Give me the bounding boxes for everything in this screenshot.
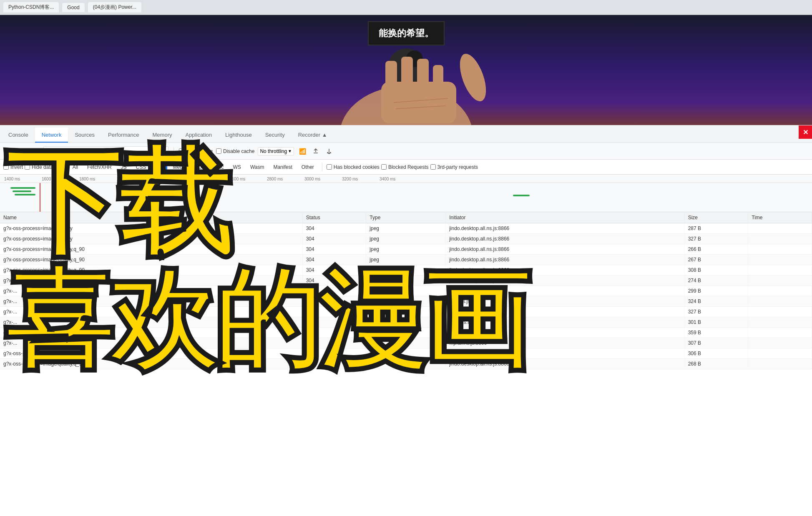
filter-other[interactable]: Other	[298, 163, 318, 171]
cell-name: g?x-...	[0, 317, 302, 328]
col-header-time[interactable]: Time	[748, 212, 812, 223]
table-row[interactable]: g?x-... 304 jpeg ...all.ns.js:8866 324 B	[0, 296, 812, 307]
filter-media[interactable]: Media	[169, 163, 190, 171]
tab-performance[interactable]: Performance	[101, 128, 146, 143]
wifi-icon[interactable]: 📶	[297, 146, 307, 156]
cell-type: jpeg	[366, 317, 446, 328]
network-table: Name Status Type Initiator Size Time g?x…	[0, 212, 812, 369]
third-party-checkbox[interactable]	[430, 164, 436, 170]
filter-font[interactable]: Font	[192, 163, 209, 171]
tab-network[interactable]: Network	[35, 128, 68, 143]
table-row[interactable]: g?x-oss-process=image/quality,q_90 304 j…	[0, 348, 812, 359]
blocked-requests-label[interactable]: Blocked Requests	[381, 164, 429, 170]
tick-2200: 2200 ms	[154, 175, 170, 183]
tick-2800: 2800 ms	[267, 175, 283, 183]
invert-checkbox[interactable]	[3, 164, 9, 170]
throttle-dropdown[interactable]: No throttling ▼	[258, 147, 294, 155]
cell-initiator: ...all.ns.js:8866	[446, 286, 685, 296]
blocked-requests-checkbox[interactable]	[381, 164, 387, 170]
disable-cache-label[interactable]: Disable cache	[216, 148, 254, 154]
upload-icon[interactable]	[311, 146, 321, 156]
tab-security[interactable]: Security	[259, 128, 292, 143]
tab-sources[interactable]: Sources	[68, 128, 101, 143]
cell-initiator: jindo.desktop.all.ns.js:8866	[446, 265, 685, 276]
table-row[interactable]: g?x-oss-process=image/quality 304 jpeg j…	[0, 234, 812, 244]
table-row[interactable]: g?x-... 304 jpeg ...all.ns.js:8866 299 B	[0, 286, 812, 296]
timeline-red-line	[40, 183, 40, 212]
clear-button[interactable]	[17, 146, 27, 156]
invert-filter-label[interactable]: Invert	[3, 164, 23, 170]
filter-js[interactable]: JS	[117, 163, 131, 171]
filter-css[interactable]: CSS	[132, 163, 150, 171]
cell-size: 274 B	[684, 276, 748, 286]
table-row[interactable]: g?x-oss-process=image/quality,q_90 304 j…	[0, 255, 812, 265]
filter-img[interactable]: Img	[151, 163, 167, 171]
tab-manga[interactable]: (04步漫画) Power...	[88, 2, 141, 13]
cell-status: 304	[302, 307, 366, 317]
cell-size: 299 B	[684, 286, 748, 296]
record-button[interactable]	[3, 146, 13, 156]
tab-memory[interactable]: Memory	[146, 128, 179, 143]
table-row[interactable]: g?x-oss-process=image/quality,q_90 304 j…	[0, 265, 812, 276]
cell-type: jpeg	[366, 255, 446, 265]
col-header-type[interactable]: Type	[366, 212, 446, 223]
cell-type: jpeg	[366, 338, 446, 348]
cell-status: 304	[302, 348, 366, 359]
filter-manifest[interactable]: Manifest	[269, 163, 296, 171]
table-row[interactable]: g?x-oss-process=image/quality,q_90 304 p…	[0, 359, 812, 369]
tab-console[interactable]: Console	[2, 128, 35, 143]
timeline-bar-5	[513, 195, 530, 196]
table-row[interactable]: g?x-... 304 jpeg ...l.ns.js:8866 327 B	[0, 307, 812, 317]
filter-doc[interactable]: Doc	[211, 163, 227, 171]
tick-3200: 3200 ms	[342, 175, 358, 183]
tab-python[interactable]: Python-CSDN博客...	[3, 2, 59, 13]
col-header-size[interactable]: Size	[684, 212, 748, 223]
cell-size: 266 B	[684, 244, 748, 255]
cell-size: 307 B	[684, 338, 748, 348]
cell-status: 304	[302, 328, 366, 338]
preserve-log-label[interactable]: Reserve log	[179, 148, 213, 154]
col-header-initiator[interactable]: Initiator	[446, 212, 685, 223]
cell-time	[748, 255, 812, 265]
devtools-toolbar: 🔍 Reserve log Disable cache No throttlin…	[0, 143, 812, 160]
download-icon[interactable]	[324, 146, 334, 156]
filter-all[interactable]: All	[69, 163, 82, 171]
preserve-log-checkbox[interactable]	[179, 148, 184, 154]
timeline-area[interactable]: 1400 ms 1600 ms 1800 ms 2000 ms 2200 ms …	[0, 175, 812, 212]
cell-initiator: jindo.desktop.all.ns.js:8866	[446, 255, 685, 265]
filter-ws[interactable]: WS	[229, 163, 245, 171]
devtools-close-button[interactable]: ✕	[799, 125, 812, 139]
has-blocked-cookies-checkbox[interactable]	[327, 164, 332, 170]
table-row[interactable]: g?x-... 304 jpeg ...p.all.ns.js:8866 307…	[0, 338, 812, 348]
tab-good[interactable]: Good	[62, 3, 84, 12]
table-row[interactable]: g?x-... 304 jpeg ...l.ns.js:8866 301 B	[0, 317, 812, 328]
hide-data-urls-checkbox[interactable]	[25, 164, 30, 170]
col-header-name[interactable]: Name	[0, 212, 302, 223]
network-table-body: g?x-oss-process=image/quality 304 jpeg j…	[0, 223, 812, 369]
cell-name: g?x-oss-process=image/quality,q_90	[0, 265, 302, 276]
cell-status: 304	[302, 296, 366, 307]
tab-recorder[interactable]: Recorder ▲	[292, 128, 334, 143]
devtools-filter-bar: Invert Hide data URLs All Fetch/XHR JS C…	[0, 160, 812, 175]
has-blocked-cookies-label[interactable]: Has blocked cookies	[327, 164, 380, 170]
tick-1800: 1800 ms	[79, 175, 95, 183]
cell-name: g?x-oss-process=image/quality,q_90	[0, 244, 302, 255]
tab-application[interactable]: Application	[178, 128, 219, 143]
filter-wasm[interactable]: Wasm	[246, 163, 268, 171]
network-table-container[interactable]: Name Status Type Initiator Size Time g?x…	[0, 212, 812, 516]
col-header-status[interactable]: Status	[302, 212, 366, 223]
cell-type: jpeg	[366, 265, 446, 276]
table-row[interactable]: g?x-... 304 jpeg ...l.ns.js:8866 359 B	[0, 328, 812, 338]
tab-lighthouse[interactable]: Lighthouse	[219, 128, 259, 143]
table-row[interactable]: g?x-oss-process=image/quality 304 jpeg j…	[0, 223, 812, 234]
cell-initiator: ...l.ns.js:8866	[446, 317, 685, 328]
filter-fetch-xhr[interactable]: Fetch/XHR	[83, 163, 116, 171]
disable-cache-checkbox[interactable]	[216, 148, 221, 154]
table-row[interactable]: g?x-oss-process=image/quality,q_90 304 j…	[0, 244, 812, 255]
cell-time	[748, 286, 812, 296]
search-input-area[interactable]: 🔍	[43, 146, 168, 156]
hide-data-urls-label[interactable]: Hide data URLs	[25, 164, 67, 170]
filter-icon[interactable]	[30, 146, 40, 156]
table-row[interactable]: g?x-oss-process=image/quality,q_90 304 j…	[0, 276, 812, 286]
third-party-label[interactable]: 3rd-party requests	[430, 164, 478, 170]
